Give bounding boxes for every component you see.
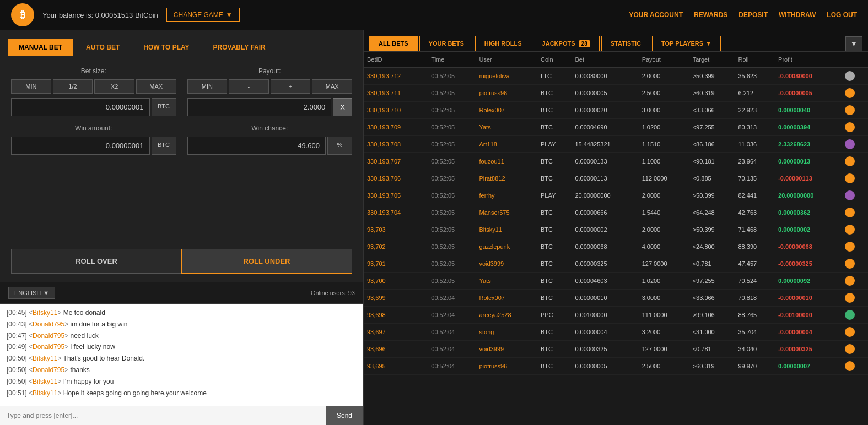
bet-payout-cell: 1.0200 — [639, 273, 689, 290]
filter-button[interactable]: ▼ — [845, 36, 862, 51]
btc-coin-icon — [845, 122, 855, 132]
bet-user-cell[interactable]: Art118 — [476, 136, 537, 153]
roll-under-button[interactable]: ROLL UNDER — [181, 249, 352, 274]
bet-user-cell[interactable]: stong — [476, 324, 537, 341]
bet-payout-cell: 3.0000 — [639, 102, 689, 119]
bet-id-cell[interactable]: 93,700 — [364, 273, 428, 290]
bet-user-cell[interactable]: guzzlepunk — [476, 238, 537, 255]
bet-roll-cell: 70.818 — [735, 290, 775, 307]
bet-user-cell[interactable]: Yats — [476, 119, 537, 136]
bet-user-cell[interactable]: areeya2528 — [476, 307, 537, 324]
tab-your-bets[interactable]: YOUR BETS — [419, 36, 473, 51]
bet-id-cell[interactable]: 93,698 — [364, 307, 428, 324]
rewards-link[interactable]: REWARDS — [694, 11, 727, 19]
bet-user-cell[interactable]: piotruss96 — [476, 85, 537, 102]
bet-id-cell[interactable]: 93,699 — [364, 290, 428, 307]
controls-bottom-row: Win amount: BTC Win chance: % — [11, 124, 352, 155]
bet-id-cell[interactable]: 330,193,709 — [364, 119, 428, 136]
bet-double-button[interactable]: X2 — [94, 79, 134, 94]
bet-time-cell: 00:52:05 — [428, 238, 476, 255]
bet-id-cell[interactable]: 93,701 — [364, 255, 428, 273]
bet-id-cell[interactable]: 330,193,705 — [364, 187, 428, 204]
payout-plus-button[interactable]: + — [271, 79, 311, 94]
nav-left: ₿ Your balance is: 0.00051513 BitCoin CH… — [11, 3, 240, 26]
bet-id-cell[interactable]: 330,193,712 — [364, 68, 428, 85]
logout-link[interactable]: LOG OUT — [827, 11, 857, 19]
payout-input[interactable] — [187, 98, 332, 116]
payout-minus-button[interactable]: - — [229, 79, 269, 94]
bet-min-button[interactable]: MIN — [11, 79, 51, 94]
bet-coin-cell: LTC — [537, 68, 572, 85]
table-row: 93,696 00:52:04 void3999 BTC 0.00000325 … — [364, 341, 868, 358]
bet-id-cell[interactable]: 93,697 — [364, 324, 428, 341]
payout-x-button[interactable]: X — [333, 98, 352, 116]
tab-top-players[interactable]: TOP PLAYERS ▼ — [652, 36, 721, 51]
tab-jackpots[interactable]: JACKPOTS 28 — [533, 36, 600, 51]
right-panel: ALL BETS YOUR BETS HIGH ROLLS JACKPOTS 2… — [364, 30, 868, 425]
bet-user-cell[interactable]: fouzou11 — [476, 153, 537, 170]
bet-roll-cell: 23.964 — [735, 153, 775, 170]
bet-time-cell: 00:52:04 — [428, 307, 476, 324]
tab-provably-fair[interactable]: PROVABLY FAIR — [203, 39, 276, 56]
bet-id-cell[interactable]: 93,695 — [364, 358, 428, 375]
send-button[interactable]: Send — [326, 406, 363, 425]
withdraw-link[interactable]: WITHDRAW — [779, 11, 816, 19]
payout-max-button[interactable]: MAX — [312, 79, 352, 94]
bet-profit-cell: -0.00000113 — [775, 170, 842, 187]
bet-profit-cell: 0.00000092 — [775, 273, 842, 290]
change-game-button[interactable]: CHANGE GAME ▼ — [166, 8, 240, 22]
bet-size-buttons: MIN 1/2 X2 MAX — [11, 79, 176, 94]
bet-coin-cell: BTC — [537, 358, 572, 375]
tab-auto-bet[interactable]: AUTO BET — [76, 39, 130, 56]
win-chance-input[interactable] — [187, 137, 326, 155]
bet-user-cell[interactable]: piotruss96 — [476, 358, 537, 375]
bet-size-input[interactable] — [11, 98, 150, 116]
bet-user-cell[interactable]: Pirat8812 — [476, 170, 537, 187]
bet-user-cell[interactable]: Bitsky11 — [476, 221, 537, 238]
bet-id-cell[interactable]: 330,193,704 — [364, 204, 428, 221]
bet-id-cell[interactable]: 330,193,708 — [364, 136, 428, 153]
tab-high-rolls[interactable]: HIGH ROLLS — [475, 36, 531, 51]
chat-input[interactable] — [0, 406, 326, 425]
bet-id-cell[interactable]: 330,193,707 — [364, 153, 428, 170]
bet-user-cell[interactable]: void3999 — [476, 255, 537, 273]
bet-user-cell[interactable]: Rolex007 — [476, 102, 537, 119]
bet-coin-icon-cell — [842, 68, 868, 85]
bet-id-cell[interactable]: 93,703 — [364, 221, 428, 238]
bet-user-cell[interactable]: Manser575 — [476, 204, 537, 221]
payout-buttons: MIN - + MAX — [187, 79, 353, 94]
bet-coin-icon-cell — [842, 341, 868, 358]
bet-id-cell[interactable]: 93,696 — [364, 341, 428, 358]
bet-user-cell[interactable]: Yats — [476, 273, 537, 290]
tab-statistic[interactable]: STATISTIC — [601, 36, 650, 51]
bet-user-cell[interactable]: Rolex007 — [476, 290, 537, 307]
win-chance-group: Win chance: % — [187, 124, 353, 155]
roll-over-button[interactable]: ROLL OVER — [11, 249, 181, 274]
bet-max-button[interactable]: MAX — [136, 79, 176, 94]
payout-min-button[interactable]: MIN — [187, 79, 228, 94]
bet-user-cell[interactable]: ferrhy — [476, 187, 537, 204]
bet-coin-cell: BTC — [537, 273, 572, 290]
list-item: [00:50] <Bitsky11> That's good to hear D… — [7, 354, 357, 363]
win-currency: BTC — [152, 137, 176, 155]
col-coin-header: Coin — [537, 52, 572, 68]
bet-half-button[interactable]: 1/2 — [53, 79, 93, 94]
bet-id-cell[interactable]: 330,193,706 — [364, 170, 428, 187]
language-button[interactable]: ENGLISH ▼ — [8, 287, 55, 299]
bet-id-cell[interactable]: 93,702 — [364, 238, 428, 255]
win-amount-input[interactable] — [11, 137, 150, 155]
tab-how-to-play[interactable]: HOW TO PLAY — [133, 39, 200, 56]
tab-manual-bet[interactable]: MANUAL BET — [8, 39, 73, 56]
your-account-link[interactable]: YOUR ACCOUNT — [629, 11, 683, 19]
tab-all-bets[interactable]: ALL BETS — [369, 36, 418, 51]
bet-id-cell[interactable]: 330,193,710 — [364, 102, 428, 119]
bet-user-cell[interactable]: migueloliva — [476, 68, 537, 85]
bet-profit-cell: -0.00080000 — [775, 68, 842, 85]
bet-amount-cell: 15.44825321 — [572, 136, 638, 153]
bet-id-cell[interactable]: 330,193,711 — [364, 85, 428, 102]
col-user-header: User — [476, 52, 537, 68]
deposit-link[interactable]: DEPOSIT — [738, 11, 768, 19]
bet-payout-cell: 1.1000 — [639, 153, 689, 170]
bet-time-cell: 00:52:05 — [428, 221, 476, 238]
bet-user-cell[interactable]: void3999 — [476, 341, 537, 358]
